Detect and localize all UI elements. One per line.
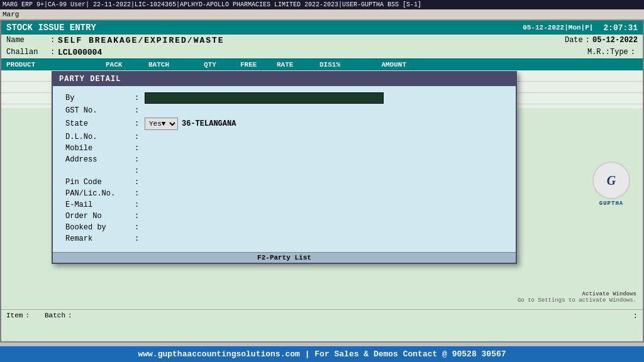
menu-marg[interactable]: Marg bbox=[3, 11, 19, 18]
form-label-remark: Remark bbox=[65, 234, 135, 243]
challan-value: LCL000004 bbox=[58, 48, 575, 57]
form-colon-email: : bbox=[135, 200, 145, 209]
guptha-symbol: G bbox=[607, 173, 616, 188]
item-label: Item bbox=[6, 312, 23, 321]
form-label-email: E-Mail bbox=[65, 200, 135, 209]
footer-banner: www.gupthaaccountingsolutions.com | For … bbox=[0, 346, 644, 362]
form-row-dlno: D.L.No. : bbox=[65, 133, 503, 141]
form-label-bookedby: Booked by bbox=[65, 223, 135, 232]
form-colon-panlic: : bbox=[135, 189, 145, 198]
form-colon-mobile: : bbox=[135, 144, 145, 153]
stock-issue-header: STOCK ISSUE ENTRY 05-12-2022|Mon|P| 2:07… bbox=[1, 21, 643, 35]
batch-label: Batch bbox=[45, 312, 65, 321]
stock-date-display: 05-12-2022|Mon|P| bbox=[523, 24, 593, 31]
stock-time-display: 2:07:31 bbox=[603, 23, 638, 33]
form-label-orderno: Order No bbox=[65, 212, 135, 221]
form-colon-by: : bbox=[135, 94, 145, 102]
col-header-free: FREE bbox=[240, 61, 272, 69]
date-field-value: 05-12-2022 bbox=[592, 36, 638, 45]
form-label-address: Address bbox=[65, 155, 135, 164]
info-rows-container: Name : SELF BREAKAGE/EXPIRED/WASTE Date … bbox=[1, 35, 643, 58]
form-value-state: Yes▼ No 36-TELANGANA bbox=[145, 118, 503, 130]
state-dropdown[interactable]: Yes▼ No bbox=[145, 118, 178, 130]
footer-banner-text: www.gupthaaccountingsolutions.com | For … bbox=[138, 349, 506, 359]
form-row-email: E-Mail : bbox=[65, 200, 503, 209]
form-row-bookedby: Booked by : bbox=[65, 223, 503, 232]
form-row-gst: GST No. : bbox=[65, 106, 503, 115]
title-bar: MARG ERP 9+|CA-99 User| 22-11-2022|LIC-1… bbox=[0, 0, 644, 9]
type-label: Type bbox=[610, 48, 628, 57]
form-colon-address: : bbox=[135, 155, 145, 164]
form-colon-pincode: : bbox=[135, 178, 145, 187]
stock-header-right: 05-12-2022|Mon|P| 2:07:31 bbox=[523, 23, 638, 33]
date-field-row: Date : 05-12-2022 bbox=[565, 36, 638, 45]
challan-label: Challan bbox=[6, 48, 50, 57]
challan-row: Challan : LCL000004 M.R.: Type : bbox=[1, 47, 643, 58]
name-colon: : bbox=[50, 36, 58, 45]
bottom-bar: Item : Batch : : bbox=[1, 309, 643, 322]
col-header-qty: QTY bbox=[204, 61, 235, 69]
form-row-by: By : bbox=[65, 92, 503, 104]
col-header-product: PRODUCT bbox=[6, 61, 101, 69]
form-colon-remark: : bbox=[135, 234, 145, 243]
form-row-blank: : bbox=[65, 167, 503, 175]
name-row: Name : SELF BREAKAGE/EXPIRED/WASTE Date … bbox=[1, 35, 643, 47]
activate-line1: Activate Windows bbox=[518, 291, 636, 297]
form-colon-state: : bbox=[135, 119, 145, 128]
form-row-state: State : Yes▼ No 36-TELANGANA bbox=[65, 118, 503, 130]
bottom-item-batch: Batch : bbox=[45, 312, 75, 321]
party-detail-header: PARTY DETAIL bbox=[53, 72, 516, 86]
form-row-pincode: Pin Code : bbox=[65, 178, 503, 187]
table-header: PRODUCT PACK BATCH QTY FREE RATE DIS1% A… bbox=[1, 58, 643, 70]
bottom-right-colon: : bbox=[633, 312, 638, 321]
challan-colon: : bbox=[50, 48, 58, 57]
stock-issue-title: STOCK ISSUE ENTRY bbox=[6, 23, 96, 33]
form-colon-dlno: : bbox=[135, 133, 145, 141]
state-value-text: 36-TELANGANA bbox=[182, 119, 236, 128]
f2-bar-text: F2-Party List bbox=[257, 254, 311, 261]
guptha-circle-icon: G bbox=[592, 162, 630, 199]
form-row-address: Address : bbox=[65, 155, 503, 164]
item-colon: : bbox=[25, 312, 30, 321]
party-detail-modal: PARTY DETAIL By : GST No. : State : bbox=[52, 71, 517, 264]
activate-line2: Go to Settings to activate Windows. bbox=[518, 297, 636, 304]
col-header-rate: RATE bbox=[277, 61, 314, 69]
batch-colon: : bbox=[68, 312, 72, 321]
form-label-by: By bbox=[65, 94, 135, 102]
right-colon: : bbox=[633, 312, 638, 321]
form-label-state: State bbox=[65, 119, 135, 128]
form-row-orderno: Order No : bbox=[65, 212, 503, 221]
form-row-panlic: PAN/Lic.No. : bbox=[65, 189, 503, 198]
guptha-name: GUPTHA bbox=[599, 200, 623, 207]
form-row-mobile: Mobile : bbox=[65, 144, 503, 153]
guptha-logo: G GUPTHA bbox=[586, 159, 636, 209]
title-bar-text: MARG ERP 9+|CA-99 User| 22-11-2022|LIC-1… bbox=[3, 1, 421, 8]
bottom-item-item: Item : bbox=[6, 312, 32, 321]
form-label-mobile: Mobile bbox=[65, 144, 135, 153]
col-header-amount: AMOUNT bbox=[356, 61, 406, 69]
menu-bar[interactable]: Marg bbox=[0, 9, 644, 19]
form-label-panlic: PAN/Lic.No. bbox=[65, 189, 135, 198]
form-row-remark: Remark : bbox=[65, 234, 503, 243]
f2-party-list-bar[interactable]: F2-Party List bbox=[53, 252, 516, 263]
form-colon-gst: : bbox=[135, 106, 145, 115]
date-field-colon: : bbox=[586, 36, 590, 45]
form-colon-bookedby: : bbox=[135, 223, 145, 232]
main-window: STOCK ISSUE ENTRY 05-12-2022|Mon|P| 2:07… bbox=[0, 19, 644, 343]
mr-label: M.R.: bbox=[587, 48, 610, 57]
form-label-dlno: D.L.No. bbox=[65, 133, 135, 141]
form-colon-orderno: : bbox=[135, 212, 145, 221]
form-value-by bbox=[145, 92, 503, 104]
form-label-gst: GST No. bbox=[65, 106, 135, 115]
party-detail-title: PARTY DETAIL bbox=[59, 75, 121, 84]
name-label: Name bbox=[6, 36, 50, 45]
type-colon: : bbox=[631, 48, 635, 57]
col-header-dis1: DIS1% bbox=[319, 61, 351, 69]
by-input[interactable] bbox=[145, 92, 384, 104]
form-colon-blank: : bbox=[135, 167, 145, 175]
party-detail-body: By : GST No. : State : Yes▼ bbox=[53, 86, 516, 252]
activate-windows-notice: Activate Windows Go to Settings to activ… bbox=[518, 291, 636, 304]
form-label-pincode: Pin Code bbox=[65, 178, 135, 187]
col-header-pack: PACK bbox=[106, 61, 143, 69]
date-field-label: Date bbox=[565, 36, 583, 45]
